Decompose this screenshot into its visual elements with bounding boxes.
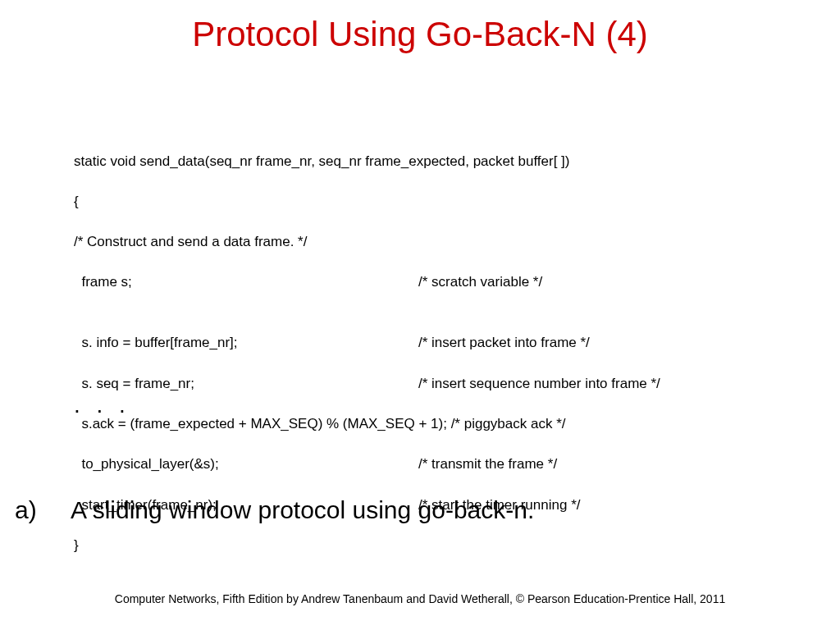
code-line: frame s;/* scratch variable */	[74, 272, 779, 293]
code-comment: /* scratch variable */	[418, 272, 779, 293]
code-line: to_physical_layer(&s);/* transmit the fr…	[74, 454, 779, 475]
slide-title: Protocol Using Go-Back-N (4)	[0, 15, 840, 54]
caption-text: A sliding window protocol using go-back-…	[71, 496, 802, 524]
code-block: static void send_data(seq_nr frame_nr, s…	[74, 131, 779, 596]
code-line: static void send_data(seq_nr frame_nr, s…	[74, 152, 779, 172]
code-comment: /* insert packet into frame */	[418, 333, 779, 354]
caption: a) A sliding window protocol using go-ba…	[15, 496, 802, 524]
code-line: }	[74, 536, 779, 556]
code-line: s. info = buffer[frame_nr];/* insert pac…	[74, 333, 779, 354]
code-stmt: to_physical_layer(&s);	[74, 454, 418, 475]
code-comment: /* insert sequence number into frame */	[418, 374, 779, 395]
ellipsis: . . .	[74, 392, 130, 418]
code-stmt: s. seq = frame_nr;	[74, 374, 418, 395]
copyright-footer: Computer Networks, Fifth Edition by Andr…	[0, 592, 840, 605]
code-stmt: s. info = buffer[frame_nr];	[74, 333, 418, 354]
code-stmt: frame s;	[74, 272, 418, 293]
code-line: s. seq = frame_nr;/* insert sequence num…	[74, 374, 779, 395]
code-line: {	[74, 192, 779, 212]
code-line: /* Construct and send a data frame. */	[74, 232, 779, 253]
code-line: s.ack = (frame_expected + MAX_SEQ) % (MA…	[74, 414, 779, 435]
caption-label: a)	[15, 496, 71, 524]
code-comment: /* transmit the frame */	[418, 454, 779, 475]
slide: Protocol Using Go-Back-N (4) static void…	[0, 0, 840, 630]
